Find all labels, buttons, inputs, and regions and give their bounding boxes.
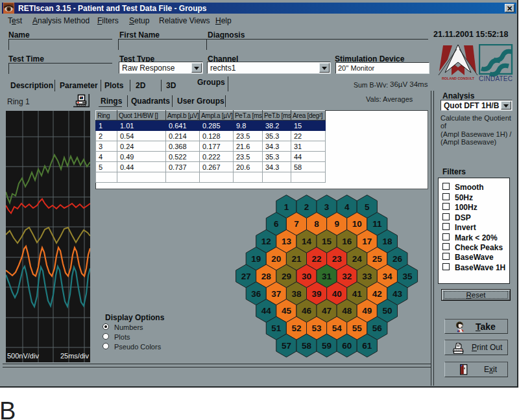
svg-text:2: 2 bbox=[304, 202, 309, 212]
svg-text:21: 21 bbox=[291, 254, 302, 264]
svg-text:59: 59 bbox=[322, 341, 332, 351]
svg-text:12: 12 bbox=[261, 237, 271, 246]
svg-text:1: 1 bbox=[284, 202, 289, 212]
svg-text:43: 43 bbox=[392, 289, 403, 299]
svg-text:28: 28 bbox=[261, 272, 272, 281]
svg-text:44: 44 bbox=[261, 306, 272, 316]
svg-text:8: 8 bbox=[314, 219, 319, 229]
svg-text:56: 56 bbox=[372, 323, 383, 333]
svg-text:37: 37 bbox=[271, 289, 281, 299]
svg-text:52: 52 bbox=[291, 323, 301, 333]
svg-text:34: 34 bbox=[382, 272, 392, 281]
svg-text:35: 35 bbox=[402, 272, 413, 281]
svg-text:58: 58 bbox=[302, 341, 312, 351]
svg-text:5: 5 bbox=[365, 202, 370, 212]
svg-text:39: 39 bbox=[311, 289, 321, 299]
svg-text:27: 27 bbox=[241, 272, 251, 281]
svg-text:42: 42 bbox=[372, 289, 382, 299]
svg-text:45: 45 bbox=[282, 306, 292, 316]
svg-text:10: 10 bbox=[352, 219, 362, 229]
svg-text:61: 61 bbox=[362, 341, 372, 351]
svg-text:25ms/div: 25ms/div bbox=[60, 352, 90, 360]
svg-text:32: 32 bbox=[342, 272, 352, 281]
svg-text:53: 53 bbox=[311, 323, 322, 333]
svg-text:23: 23 bbox=[332, 254, 343, 264]
svg-text:24: 24 bbox=[352, 254, 363, 264]
svg-text:38: 38 bbox=[291, 289, 302, 299]
svg-text:41: 41 bbox=[352, 289, 363, 299]
svg-text:20: 20 bbox=[271, 254, 281, 264]
svg-text:CINDATEC: CINDATEC bbox=[479, 75, 513, 82]
svg-text:6: 6 bbox=[274, 219, 279, 229]
svg-text:500nV/div: 500nV/div bbox=[7, 352, 39, 360]
svg-text:ROLAND CONSULT: ROLAND CONSULT bbox=[442, 76, 475, 80]
svg-text:50: 50 bbox=[382, 306, 392, 316]
svg-text:60: 60 bbox=[342, 341, 352, 351]
svg-text:40: 40 bbox=[332, 289, 342, 299]
svg-text:46: 46 bbox=[302, 306, 312, 316]
svg-text:51: 51 bbox=[271, 323, 282, 333]
svg-text:7: 7 bbox=[294, 219, 299, 229]
svg-text:14: 14 bbox=[302, 237, 312, 246]
svg-text:33: 33 bbox=[362, 272, 372, 281]
svg-text:4: 4 bbox=[344, 202, 350, 212]
svg-text:47: 47 bbox=[322, 306, 332, 316]
svg-text:31: 31 bbox=[322, 272, 332, 281]
svg-text:15: 15 bbox=[322, 237, 332, 246]
svg-text:36: 36 bbox=[251, 289, 261, 299]
svg-text:48: 48 bbox=[342, 306, 352, 316]
svg-text:13: 13 bbox=[282, 237, 292, 246]
svg-text:17: 17 bbox=[362, 237, 372, 246]
svg-text:3: 3 bbox=[324, 202, 330, 212]
svg-text:26: 26 bbox=[392, 254, 403, 264]
svg-text:18: 18 bbox=[382, 237, 392, 246]
svg-text:22: 22 bbox=[311, 254, 321, 264]
svg-text:16: 16 bbox=[342, 237, 352, 246]
svg-text:29: 29 bbox=[282, 272, 291, 281]
svg-text:57: 57 bbox=[282, 341, 291, 351]
svg-text:55: 55 bbox=[352, 323, 363, 333]
svg-text:11: 11 bbox=[372, 219, 382, 229]
svg-text:54: 54 bbox=[332, 323, 343, 333]
svg-text:19: 19 bbox=[251, 254, 261, 264]
svg-text:30: 30 bbox=[302, 272, 311, 281]
svg-text:9: 9 bbox=[334, 219, 339, 229]
svg-text:49: 49 bbox=[362, 306, 372, 316]
svg-text:25: 25 bbox=[372, 254, 383, 264]
